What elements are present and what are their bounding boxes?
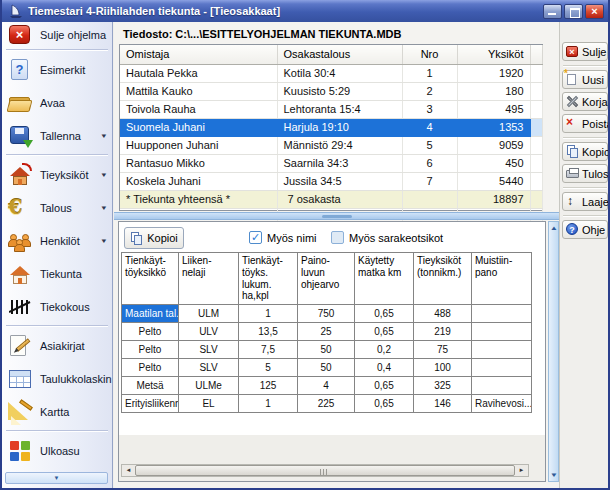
table-row[interactable]: Koskela JuhaniJussila 34:575440 bbox=[120, 172, 542, 190]
scroll-left-icon[interactable]: ◄ bbox=[122, 465, 135, 476]
table-row[interactable]: Toivola RauhaLehtoranta 15:43495 bbox=[120, 100, 542, 118]
scroll-up-icon[interactable]: ▲ bbox=[549, 222, 557, 234]
column-header-lukumaara[interactable]: Tienkäyt- töyks. lukum. ha,kpl bbox=[239, 253, 298, 305]
table-cell[interactable]: 5 bbox=[402, 136, 457, 154]
table-cell[interactable]: EL bbox=[179, 395, 239, 413]
table-cell[interactable]: 75 bbox=[414, 341, 472, 359]
table-cell[interactable]: 0,65 bbox=[355, 305, 414, 323]
sidebar-item-tallenna[interactable]: Tallenna ▼ bbox=[2, 119, 112, 152]
table-cell[interactable]: 13,5 bbox=[239, 323, 298, 341]
table-cell[interactable]: 325 bbox=[414, 377, 472, 395]
dropdown-arrow-icon[interactable]: ▼ bbox=[100, 238, 108, 244]
table-row[interactable]: PeltoSLV7,5500,275 bbox=[122, 341, 532, 359]
table-cell[interactable]: 0,4 bbox=[355, 359, 414, 377]
table-cell[interactable] bbox=[472, 305, 532, 323]
sulje-button[interactable]: × Sulje bbox=[562, 42, 608, 61]
table-cell[interactable]: Rantasuo Mikko bbox=[120, 154, 277, 172]
table-cell[interactable]: 100 bbox=[414, 359, 472, 377]
table-cell[interactable]: ULM bbox=[179, 305, 239, 323]
table-cell[interactable]: 1 bbox=[239, 305, 298, 323]
sidebar-item-tiekokous[interactable]: Tiekokous bbox=[2, 290, 112, 323]
table-cell[interactable]: 7,5 bbox=[239, 341, 298, 359]
poista-button[interactable]: × Poista bbox=[562, 114, 608, 133]
sidebar-item-talous[interactable]: € Talous ▼ bbox=[2, 191, 112, 224]
table-cell[interactable]: 2 bbox=[402, 82, 457, 100]
table-cell[interactable]: 219 bbox=[414, 323, 472, 341]
maximize-button[interactable] bbox=[564, 4, 583, 19]
horizontal-scroll-thumb[interactable] bbox=[135, 465, 515, 476]
table-row[interactable]: Rantasuo MikkoSaarnila 34:36450 bbox=[120, 154, 542, 172]
table-cell[interactable]: Erityisliikenne bbox=[122, 395, 179, 413]
table-cell[interactable]: Lehtoranta 15:4 bbox=[277, 100, 402, 118]
table-cell[interactable]: 488 bbox=[414, 305, 472, 323]
table-row[interactable]: Suomela JuhaniHarjula 19:1041353 bbox=[120, 118, 542, 136]
table-row[interactable]: Mattila KaukoKuusisto 5:292180 bbox=[120, 82, 542, 100]
table-cell[interactable] bbox=[472, 341, 532, 359]
table-cell[interactable]: Toivola Rauha bbox=[120, 100, 277, 118]
dropdown-arrow-icon[interactable]: ▼ bbox=[100, 133, 108, 139]
minimize-button[interactable] bbox=[543, 4, 562, 19]
table-row[interactable]: PeltoSLV5500,4100 bbox=[122, 359, 532, 377]
table-cell[interactable]: 5440 bbox=[457, 172, 530, 190]
table-cell[interactable]: 225 bbox=[298, 395, 355, 413]
table-cell[interactable]: 180 bbox=[457, 82, 530, 100]
table-cell[interactable]: 1 bbox=[402, 64, 457, 82]
kopioi-button[interactable]: Kopioi bbox=[562, 142, 608, 161]
close-window-button[interactable]: × bbox=[585, 4, 604, 19]
table-cell[interactable]: 1920 bbox=[457, 64, 530, 82]
table-cell[interactable]: Pelto bbox=[122, 359, 179, 377]
horizontal-scrollbar[interactable]: ◄ ► bbox=[121, 464, 529, 477]
table-cell[interactable]: 0,65 bbox=[355, 377, 414, 395]
column-header-painoluku[interactable]: Paino- luvun ohjearvo bbox=[298, 253, 355, 305]
table-row[interactable]: ErityisliikenneEL12250,65146Ravihevosi..… bbox=[122, 395, 532, 413]
table-cell[interactable]: Koskela Juhani bbox=[120, 172, 277, 190]
table-cell[interactable]: Harjula 19:10 bbox=[277, 118, 402, 136]
table-row[interactable]: Hautala PekkaKotila 30:411920 bbox=[120, 64, 542, 82]
table-cell[interactable]: 6 bbox=[402, 154, 457, 172]
table-cell[interactable]: Pelto bbox=[122, 341, 179, 359]
table-cell[interactable]: 0,65 bbox=[355, 395, 414, 413]
table-cell[interactable]: 750 bbox=[298, 305, 355, 323]
table-cell[interactable]: Mattila Kauko bbox=[120, 82, 277, 100]
sidebar-item-tieyksikot[interactable]: Tieyksiköt ▼ bbox=[2, 158, 112, 191]
table-cell[interactable]: Saarnila 34:3 bbox=[277, 154, 402, 172]
sidebar-item-avaa[interactable]: Avaa bbox=[2, 86, 112, 119]
table-cell[interactable]: 4 bbox=[402, 118, 457, 136]
table-cell[interactable]: 450 bbox=[457, 154, 530, 172]
column-header-muistiinpano[interactable]: Muistiin- pano bbox=[472, 253, 532, 305]
sidebar-item-esimerkit[interactable]: ? Esimerkit bbox=[2, 53, 112, 86]
table-cell[interactable]: ULV bbox=[179, 323, 239, 341]
table-cell[interactable]: Ravihevosi... bbox=[472, 395, 532, 413]
table-row[interactable]: Maatilan tal...ULM17500,65488 bbox=[122, 305, 532, 323]
table-cell[interactable]: Männistö 29:4 bbox=[277, 136, 402, 154]
table-cell[interactable]: 7 bbox=[402, 172, 457, 190]
table-cell[interactable] bbox=[472, 359, 532, 377]
checkbox-unchecked-icon[interactable]: ✓ bbox=[331, 231, 344, 244]
sidebar-item-kartta[interactable]: Kartta bbox=[2, 395, 112, 428]
sidebar-item-sulje-ohjelma[interactable]: × Sulje ohjelma bbox=[2, 22, 112, 47]
table-cell[interactable]: 146 bbox=[414, 395, 472, 413]
dropdown-arrow-icon[interactable]: ▼ bbox=[100, 172, 108, 178]
table-cell[interactable]: 1 bbox=[239, 395, 298, 413]
table-row[interactable]: PeltoULV13,5250,65219 bbox=[122, 323, 532, 341]
column-header-omistaja[interactable]: Omistaja bbox=[120, 45, 277, 64]
column-header-tienkayttoyksikko[interactable]: Tienkäyt- töyksikkö bbox=[122, 253, 179, 305]
table-row[interactable]: Huupponen JuhaniMännistö 29:459059 bbox=[120, 136, 542, 154]
table-cell[interactable]: 50 bbox=[298, 359, 355, 377]
checkbox-myos-sarakeotsikot[interactable]: ✓ Myös sarakeotsikot bbox=[331, 231, 443, 244]
ohje-button[interactable]: ? Ohje bbox=[562, 220, 608, 239]
table-cell[interactable]: Suomela Juhani bbox=[120, 118, 277, 136]
table-cell[interactable]: ULMe bbox=[179, 377, 239, 395]
scroll-right-icon[interactable]: ► bbox=[515, 465, 528, 476]
sidebar-item-tiekunta[interactable]: Tiekunta bbox=[2, 257, 112, 290]
column-header-liikennelaji[interactable]: Liiken- nelaji bbox=[179, 253, 239, 305]
table-cell[interactable]: Pelto bbox=[122, 323, 179, 341]
korjaa-button[interactable]: Korjaa bbox=[562, 92, 608, 111]
sidebar-item-henkilot[interactable]: Henkilöt ▼ bbox=[2, 224, 112, 257]
sidebar-scroll-down[interactable]: ▼ bbox=[5, 472, 108, 484]
table-cell[interactable] bbox=[472, 323, 532, 341]
table-cell[interactable]: 50 bbox=[298, 341, 355, 359]
table-cell[interactable]: 5 bbox=[239, 359, 298, 377]
panel-splitter[interactable] bbox=[114, 212, 559, 220]
column-header-matka[interactable]: Käytetty matka km bbox=[355, 253, 414, 305]
